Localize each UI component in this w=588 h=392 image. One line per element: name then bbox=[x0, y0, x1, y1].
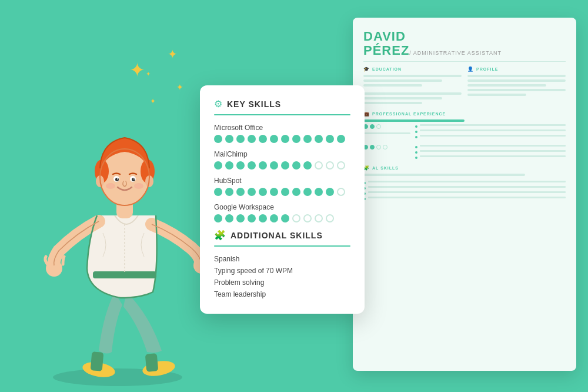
resume-top-divider bbox=[363, 61, 566, 62]
add-skill-spanish: Spanish bbox=[214, 255, 350, 263]
resume-name-line1: DAVID PÉREZ/ ADMINISTRATIVE ASSISTANT bbox=[363, 29, 566, 58]
svg-point-15 bbox=[132, 178, 135, 181]
svg-point-19 bbox=[134, 183, 143, 189]
resume-education-col: 🎓 EDUCATION bbox=[363, 67, 462, 107]
additional-skills-header: 🧩 ADDITIONAL SKILLS bbox=[214, 230, 350, 241]
edu-line-4 bbox=[363, 92, 462, 95]
profile-line-2 bbox=[467, 79, 566, 82]
additional-skills-section: 🧩 ADDITIONAL SKILLS Spanish Typing speed… bbox=[214, 230, 350, 298]
profile-line-1 bbox=[467, 75, 566, 77]
profile-line-4 bbox=[467, 89, 566, 91]
person-illustration bbox=[12, 51, 223, 392]
profile-label: 👤 PROFILE bbox=[467, 67, 566, 72]
skill-dots-microsoft bbox=[214, 135, 350, 143]
skill-name-microsoft: Microsoft Office bbox=[214, 124, 350, 132]
dot-filled bbox=[370, 124, 375, 129]
skill-dots-mailchimp bbox=[214, 161, 350, 170]
key-skills-underline bbox=[214, 114, 350, 115]
puzzle-icon: 🧩 bbox=[214, 230, 226, 241]
resume-title: / ADMINISTRATIVE ASSISTANT bbox=[409, 50, 502, 56]
skill-name-hubspot: HubSpot bbox=[214, 177, 350, 185]
resume-top-sections: 🎓 EDUCATION 👤 PROFILE bbox=[363, 67, 566, 107]
skills-card: ⚙ KEY SKILLS Microsoft Office MailChimp bbox=[200, 85, 365, 314]
dot-empty bbox=[376, 124, 381, 129]
svg-point-17 bbox=[133, 178, 135, 180]
skill-dots-google bbox=[214, 214, 350, 222]
svg-rect-5 bbox=[93, 271, 156, 278]
skill-name-google: Google Workspace bbox=[214, 203, 350, 211]
add-skill-leadership: Team leadership bbox=[214, 290, 350, 298]
add-skill-problem: Problem solving bbox=[214, 278, 350, 287]
professional-experience-label: 💼 PROFESSIONAL EXPERIENCE bbox=[363, 111, 566, 117]
exp-row-2 bbox=[363, 145, 566, 161]
svg-point-16 bbox=[117, 178, 118, 180]
resume-additional-skills-section: 🧩 AL SKILLS bbox=[363, 165, 566, 200]
edu-line-6 bbox=[363, 102, 422, 104]
svg-rect-4 bbox=[91, 351, 104, 371]
svg-point-18 bbox=[106, 183, 115, 189]
gear-icon: ⚙ bbox=[214, 98, 222, 109]
edu-line-2 bbox=[363, 79, 442, 82]
key-skills-title: KEY SKILLS bbox=[227, 99, 281, 109]
edu-line-5 bbox=[363, 97, 442, 99]
exp-row-1 bbox=[363, 124, 566, 140]
resume-profile-col: 👤 PROFILE bbox=[467, 67, 566, 107]
svg-rect-2 bbox=[145, 353, 159, 372]
profile-line-3 bbox=[467, 84, 546, 87]
edu-line-3 bbox=[363, 84, 422, 87]
edu-line-1 bbox=[363, 75, 462, 77]
add-skill-typing: Typing speed of 70 WPM bbox=[214, 267, 350, 275]
education-label: 🎓 EDUCATION bbox=[363, 67, 462, 72]
additional-skills-title: ADDITIONAL SKILLS bbox=[230, 231, 323, 240]
profile-line-5 bbox=[467, 94, 526, 96]
skill-name-mailchimp: MailChimp bbox=[214, 150, 350, 158]
key-skills-header: ⚙ KEY SKILLS bbox=[214, 98, 350, 109]
skill-dots-hubspot bbox=[214, 188, 350, 196]
resume-card: DAVID PÉREZ/ ADMINISTRATIVE ASSISTANT 🎓 … bbox=[353, 18, 576, 371]
svg-point-14 bbox=[115, 178, 119, 181]
exp-bar-1 bbox=[363, 119, 465, 122]
additional-skills-underline bbox=[214, 245, 350, 247]
